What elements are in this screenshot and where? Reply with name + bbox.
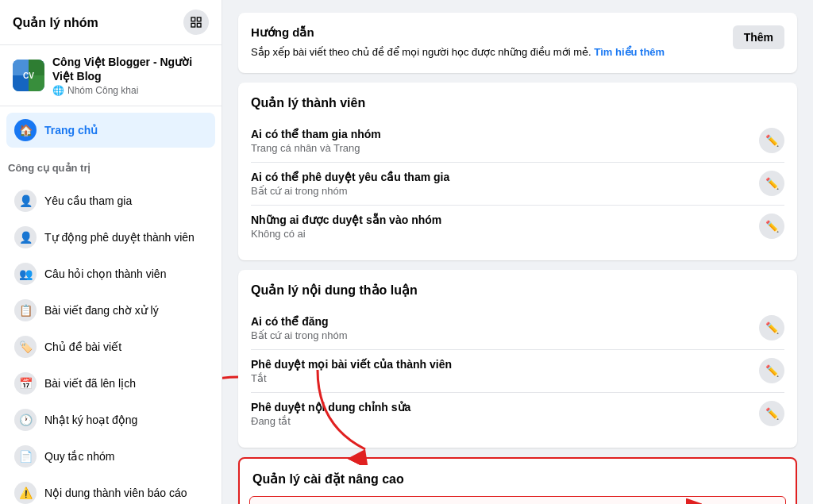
nav-label-trang-chu: Trang chủ — [44, 124, 98, 137]
nav-item-yeu-cau[interactable]: 👤 Yêu cầu tham gia — [6, 183, 215, 218]
sidebar: Quản lý nhóm CV Công Việt Blogger - Ngườ… — [0, 0, 222, 504]
quan-ly-noi-dung-card: Quản lý nội dung thảo luận Ai có thể đăn… — [238, 270, 797, 448]
nav-label-nhat-ky: Nhật ký hoạt động — [44, 414, 137, 426]
nd-setting-text-1: Phê duyệt mọi bài viết của thành viên Tắ… — [251, 358, 452, 384]
nd-setting-row-0: Ai có thể đăng Bất cứ ai trong nhóm ✏️ — [251, 307, 784, 350]
sidebar-header: Quản lý nhóm — [0, 0, 222, 45]
bai-viet-lich-icon: 📅 — [14, 372, 37, 394]
adv-card-wrapper: Quản lý cài đặt nâng cao Trang liên kết … — [238, 457, 797, 505]
nav-label-noi-dung-bao-cao: Nội dung thành viên báo cáo — [44, 487, 187, 499]
nd-setting-label-1: Phê duyệt mọi bài viết của thành viên — [251, 358, 452, 371]
sidebar-icon-button[interactable] — [183, 10, 209, 35]
edit-btn-1[interactable]: ✏️ — [759, 171, 784, 196]
nav-item-noi-dung-bao-cao[interactable]: ⚠️ Nội dung thành viên báo cáo — [6, 475, 215, 504]
nd-edit-btn-0[interactable]: ✏️ — [759, 315, 784, 340]
sidebar-title: Quản lý nhóm — [13, 15, 98, 30]
huong-dan-link[interactable]: Tìm hiểu thêm — [594, 46, 665, 58]
setting-row-2: Những ai được duyệt sẵn vào nhóm Không c… — [251, 206, 784, 248]
nav-label-chu-de: Chủ đề bài viết — [44, 340, 121, 353]
nav-item-chu-de[interactable]: 🏷️ Chủ đề bài viết — [6, 329, 215, 364]
svg-text:CV: CV — [23, 71, 34, 80]
nav-label-quy-tac: Quy tắc nhóm — [44, 450, 114, 463]
group-details: Công Việt Blogger - Người Việt Blog 🌐 Nh… — [52, 55, 209, 96]
nav-item-tu-dong[interactable]: 👤 Tự động phê duyệt thành viên — [6, 220, 215, 255]
nd-setting-sub-2: Đang tắt — [251, 415, 410, 427]
nav-label-tu-dong: Tự động phê duyệt thành viên — [44, 231, 195, 244]
setting-label-1: Ai có thể phê duyệt yêu cầu tham gia — [251, 171, 449, 183]
quan-ly-noi-dung-title: Quản lý nội dung thảo luận — [251, 283, 784, 298]
quy-tac-icon: 📄 — [14, 445, 37, 467]
nd-setting-sub-0: Bất cứ ai trong nhóm — [251, 329, 348, 341]
nd-setting-label-0: Ai có thể đăng — [251, 315, 348, 328]
adv-setting-row-0-highlighted: Trang liên kết Chưa có Trang liên kết nà… — [249, 496, 786, 505]
nav-item-bai-viet-cho[interactable]: 📋 Bài viết đang chờ xử lý — [6, 293, 215, 328]
nav-item-cau-hoi[interactable]: 👥 Câu hỏi chọn thành viên — [6, 256, 215, 291]
yeu-cau-icon: 👤 — [14, 190, 37, 212]
huong-dan-title: Hướng dẫn — [251, 25, 665, 40]
setting-label-2: Những ai được duyệt sẵn vào nhóm — [251, 214, 441, 226]
setting-row-0: Ai có thể tham gia nhóm Trang cá nhân và… — [251, 120, 784, 163]
nav-item-trang-chu[interactable]: 🏠 Trang chủ — [6, 113, 215, 148]
nd-edit-btn-1[interactable]: ✏️ — [759, 358, 784, 383]
tools-section-title: Công cụ quản trị — [0, 156, 222, 177]
nav-label-bai-viet-cho: Bài viết đang chờ xử lý — [44, 304, 159, 317]
nd-setting-row-2: Phê duyệt nội dung chỉnh sửa Đang tắt ✏️ — [251, 393, 784, 435]
nav-label-cau-hoi: Câu hỏi chọn thành viên — [44, 267, 166, 280]
main-content: Hướng dẫn Sắp xếp bài viết theo chủ đề đ… — [222, 0, 813, 504]
cau-hoi-icon: 👥 — [14, 263, 37, 285]
nd-setting-text-0: Ai có thể đăng Bất cứ ai trong nhóm — [251, 315, 348, 341]
huong-dan-text-area: Hướng dẫn Sắp xếp bài viết theo chủ đề đ… — [251, 25, 665, 60]
chu-de-icon: 🏷️ — [14, 336, 37, 358]
nav-item-quy-tac[interactable]: 📄 Quy tắc nhóm — [6, 439, 215, 474]
nd-edit-btn-2[interactable]: ✏️ — [759, 401, 784, 426]
nd-setting-label-2: Phê duyệt nội dung chỉnh sửa — [251, 401, 410, 414]
edit-btn-2[interactable]: ✏️ — [759, 214, 784, 239]
huong-dan-content: Hướng dẫn Sắp xếp bài viết theo chủ đề đ… — [251, 25, 784, 60]
bai-viet-cho-icon: 📋 — [14, 299, 37, 321]
quan-ly-cai-dat-nang-cao-card: Quản lý cài đặt nâng cao Trang liên kết … — [238, 457, 797, 505]
setting-text-0: Ai có thể tham gia nhóm Trang cá nhân và… — [251, 128, 381, 154]
svg-rect-0 — [191, 17, 195, 21]
group-avatar: CV — [13, 60, 44, 91]
nd-setting-text-2: Phê duyệt nội dung chỉnh sửa Đang tắt — [251, 401, 410, 427]
nav-label-bai-viet-lich: Bài viết đã lên lịch — [44, 377, 136, 390]
main-nav: 🏠 Trang chủ — [0, 106, 222, 156]
noi-dung-bao-cao-icon: ⚠️ — [14, 482, 37, 504]
nav-item-nhat-ky[interactable]: 🕐 Nhật ký hoạt động — [6, 402, 215, 437]
setting-sub-1: Bất cứ ai trong nhóm — [251, 185, 449, 197]
public-icon: 🌐 — [52, 85, 64, 96]
huong-dan-description: Sắp xếp bài viết theo chủ đề để mọi ngườ… — [251, 44, 665, 60]
setting-text-1: Ai có thể phê duyệt yêu cầu tham gia Bất… — [251, 171, 449, 197]
setting-row-1: Ai có thể phê duyệt yêu cầu tham gia Bất… — [251, 163, 784, 206]
group-name: Công Việt Blogger - Người Việt Blog — [52, 55, 209, 83]
huong-dan-card: Hướng dẫn Sắp xếp bài viết theo chủ đề đ… — [238, 13, 797, 73]
group-info: CV Công Việt Blogger - Người Việt Blog 🌐… — [0, 45, 222, 106]
nd-setting-row-1: Phê duyệt mọi bài viết của thành viên Tắ… — [251, 350, 784, 393]
nav-label-yeu-cau: Yêu cầu tham gia — [44, 194, 132, 207]
group-type: 🌐 Nhóm Công khai — [52, 85, 209, 96]
edit-btn-0[interactable]: ✏️ — [759, 128, 784, 153]
setting-sub-0: Trang cá nhân và Trang — [251, 142, 381, 154]
nav-item-bai-viet-lich[interactable]: 📅 Bài viết đã lên lịch — [6, 366, 215, 401]
quan-ly-cai-dat-nang-cao-title: Quản lý cài đặt nâng cao — [252, 471, 783, 487]
setting-text-2: Những ai được duyệt sẵn vào nhóm Không c… — [251, 214, 441, 240]
setting-label-0: Ai có thể tham gia nhóm — [251, 128, 381, 140]
quan-ly-thanh-vien-title: Quản lý thành viên — [251, 95, 784, 110]
svg-rect-1 — [197, 17, 201, 21]
nd-setting-sub-1: Tắt — [251, 372, 452, 384]
setting-sub-2: Không có ai — [251, 228, 441, 240]
them-button[interactable]: Thêm — [733, 25, 784, 49]
svg-rect-2 — [191, 23, 195, 27]
tools-nav: 👤 Yêu cầu tham gia 👤 Tự động phê duyệt t… — [0, 177, 222, 504]
tu-dong-icon: 👤 — [14, 226, 37, 248]
svg-rect-3 — [197, 23, 201, 27]
home-icon: 🏠 — [14, 119, 37, 141]
quan-ly-thanh-vien-card: Quản lý thành viên Ai có thể tham gia nh… — [238, 83, 797, 260]
nhat-ky-icon: 🕐 — [14, 409, 37, 431]
